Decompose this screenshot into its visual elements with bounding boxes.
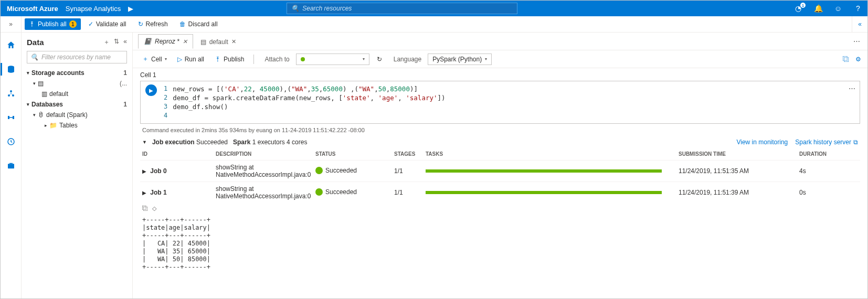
caret-right-icon[interactable]: ▶ bbox=[142, 190, 149, 196]
copy-output-button[interactable]: ⿻ bbox=[142, 205, 148, 212]
nav-monitor-icon[interactable] bbox=[5, 135, 17, 148]
feedback-icon[interactable]: ☺ bbox=[834, 4, 842, 13]
run-all-button[interactable]: ▷Run all bbox=[174, 54, 207, 65]
command-bar: » ⭱ Publish all 1 ✓ Validate all ↻ Refre… bbox=[1, 16, 867, 33]
publish-label: Publish bbox=[224, 56, 244, 63]
help-icon[interactable]: ? bbox=[854, 4, 862, 13]
refresh-icon: ↻ bbox=[138, 20, 143, 28]
table-row[interactable]: ▶ Job 1 showString at NativeMethodAccess… bbox=[140, 182, 860, 204]
editor-tabs: 📓 Reproz * ✕ ▤ default ✕ ⋯ bbox=[133, 33, 867, 50]
filter-input[interactable]: 🔍 Filter resources by name bbox=[27, 51, 127, 63]
cell-label: Cell bbox=[151, 56, 162, 63]
notebook-toolbar: ＋Cell▾ ▷Run all ⭱Publish Attach to ▾ ↻ L… bbox=[133, 50, 867, 68]
database-default-spark[interactable]: ▾ 🛢 default (Spark) bbox=[22, 110, 132, 120]
publish-all-button[interactable]: ⭱ Publish all 1 bbox=[25, 18, 81, 30]
tab-reproz[interactable]: 📓 Reproz * ✕ bbox=[138, 34, 193, 49]
col-desc: DESCRIPTION bbox=[214, 148, 313, 161]
discard-all-button[interactable]: 🗑 Discard all bbox=[175, 18, 222, 30]
publish-all-label: Publish all bbox=[38, 20, 67, 28]
tab-default[interactable]: ▤ default ✕ bbox=[195, 34, 241, 49]
folder-icon: 📁 bbox=[49, 122, 57, 129]
nav-rail bbox=[1, 33, 22, 298]
refresh-icon: ↻ bbox=[377, 56, 382, 63]
tables-label: Tables bbox=[59, 122, 78, 129]
spark-history-link[interactable]: Spark history server ⧉ bbox=[795, 138, 858, 146]
job-desc: showString at NativeMethodAccessorImpl.j… bbox=[214, 182, 313, 204]
add-icon[interactable]: ＋ bbox=[103, 38, 110, 47]
tab-reproz-label: Reproz * bbox=[155, 38, 179, 45]
restart-kernel-button[interactable]: ↻ bbox=[374, 54, 385, 65]
job-exec-label: Job execution bbox=[152, 138, 195, 146]
storage-accounts-node[interactable]: ▾ Storage accounts 1 bbox=[22, 68, 132, 78]
run-cell-button[interactable]: ▶ bbox=[145, 84, 157, 96]
job-desc: showString at NativeMethodAccessorImpl.j… bbox=[214, 161, 313, 182]
filter-icon: 🔍 bbox=[30, 54, 38, 61]
cell-menu-button[interactable]: ⋯ bbox=[844, 81, 860, 123]
svg-rect-5 bbox=[8, 164, 14, 168]
caret-down-icon: ▾ bbox=[27, 70, 29, 76]
code-editor[interactable]: new_rows = [('CA',22, 45000),("WA",35,65… bbox=[173, 81, 844, 123]
container-default-item[interactable]: ▥ default bbox=[22, 89, 132, 99]
nav-manage-icon[interactable] bbox=[5, 159, 17, 172]
search-input[interactable]: 🔍 Search resources bbox=[287, 3, 517, 14]
publish-count-badge: 1 bbox=[69, 20, 77, 28]
caret-right-icon[interactable]: ▶ bbox=[142, 168, 149, 174]
nav-develop-icon[interactable] bbox=[5, 87, 17, 100]
expand-rail-button[interactable]: » bbox=[1, 16, 22, 32]
container-icon: ▥ bbox=[41, 90, 47, 98]
job-execution-header[interactable]: ▼ Job execution Succeeded Spark 1 execut… bbox=[140, 136, 860, 148]
attach-to-label: Attach to bbox=[264, 56, 289, 63]
task-progress-bar bbox=[426, 169, 662, 173]
brand: Microsoft Azure Synapse Analytics ▶ bbox=[1, 5, 140, 13]
add-cell-button[interactable]: ＋Cell▾ bbox=[139, 53, 170, 65]
close-icon[interactable]: ✕ bbox=[231, 38, 236, 45]
spark-label: Spark bbox=[233, 138, 250, 146]
view-monitoring-link[interactable]: View in monitoring bbox=[736, 138, 788, 146]
tables-node[interactable]: ▸ 📁 Tables bbox=[22, 120, 132, 131]
filter-icon[interactable]: ◔1 bbox=[794, 4, 802, 13]
play-icon: ▷ bbox=[177, 56, 182, 63]
chevron-down-icon: ▾ bbox=[363, 57, 365, 61]
panel-menu-icon[interactable]: ⇅ bbox=[114, 38, 119, 47]
validate-all-button[interactable]: ✓ Validate all bbox=[84, 18, 131, 30]
spark-detail: 1 executors 4 cores bbox=[252, 138, 308, 146]
publish-button[interactable]: ⭱Publish bbox=[211, 54, 247, 65]
refresh-button[interactable]: ↻ Refresh bbox=[134, 18, 172, 30]
execution-metadata: Command executed in 2mins 35s 934ms by e… bbox=[140, 124, 860, 136]
settings-icon[interactable]: ⚙ bbox=[855, 56, 861, 63]
collapse-icon[interactable]: « bbox=[123, 38, 127, 47]
caret-down-icon: ▼ bbox=[142, 140, 147, 145]
language-label: Language bbox=[394, 56, 421, 63]
notebook-icon: 📓 bbox=[144, 38, 152, 45]
nav-integrate-icon[interactable] bbox=[5, 111, 17, 124]
database-icon: 🛢 bbox=[38, 111, 44, 119]
brand-azure[interactable]: Microsoft Azure bbox=[7, 5, 58, 13]
databases-node[interactable]: ▾ Databases 1 bbox=[22, 99, 132, 110]
filter-placeholder: Filter resources by name bbox=[41, 54, 111, 61]
table-row[interactable]: ▶ Job 0 showString at NativeMethodAccess… bbox=[140, 161, 860, 182]
job-submission: 11/24/2019, 11:51:35 AM bbox=[676, 161, 797, 182]
jobs-table: ID DESCRIPTION STATUS STAGES TASKS SUBMI… bbox=[140, 148, 860, 203]
bell-icon[interactable]: 🔔 bbox=[814, 4, 822, 13]
attach-to-dropdown[interactable]: ▾ bbox=[296, 54, 369, 65]
outline-icon[interactable]: ⿻ bbox=[843, 56, 849, 63]
task-progress-bar bbox=[426, 191, 662, 194]
job-duration: 4s bbox=[797, 161, 860, 182]
clear-output-button[interactable]: ◇ bbox=[152, 205, 156, 212]
job-duration: 0s bbox=[797, 182, 860, 204]
brand-product[interactable]: Synapse Analytics bbox=[66, 5, 121, 13]
col-duration: DURATION bbox=[797, 148, 860, 161]
notification-badge: 1 bbox=[800, 3, 806, 8]
close-icon[interactable]: ✕ bbox=[183, 38, 187, 45]
storage-icon: ▤ bbox=[38, 80, 44, 87]
language-dropdown[interactable]: PySpark (Python) ▾ bbox=[428, 54, 492, 65]
nav-data-icon[interactable] bbox=[5, 63, 17, 76]
storage-accounts-label: Storage accounts bbox=[31, 69, 84, 77]
tab-overflow-menu[interactable]: ⋯ bbox=[846, 37, 867, 45]
storage-account-item[interactable]: ▾ ▤ (... bbox=[22, 78, 132, 89]
status-connected-icon bbox=[301, 57, 305, 61]
caret-right-icon[interactable]: ▶ bbox=[128, 5, 133, 13]
chevron-down-icon: ▾ bbox=[485, 57, 487, 61]
collapse-panel-button[interactable]: « bbox=[852, 16, 867, 32]
nav-home-icon[interactable] bbox=[5, 39, 17, 51]
